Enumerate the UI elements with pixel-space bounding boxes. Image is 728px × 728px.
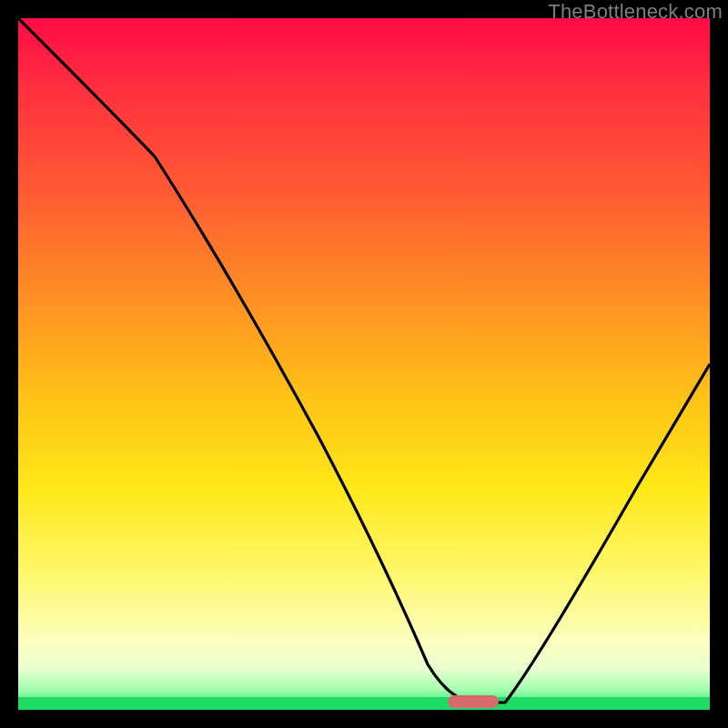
bottleneck-curve — [18, 18, 710, 703]
plot-area — [18, 18, 710, 710]
valley-marker — [448, 695, 499, 708]
chart-frame: TheBottleneck.com — [0, 0, 728, 728]
curve-layer — [18, 18, 710, 710]
